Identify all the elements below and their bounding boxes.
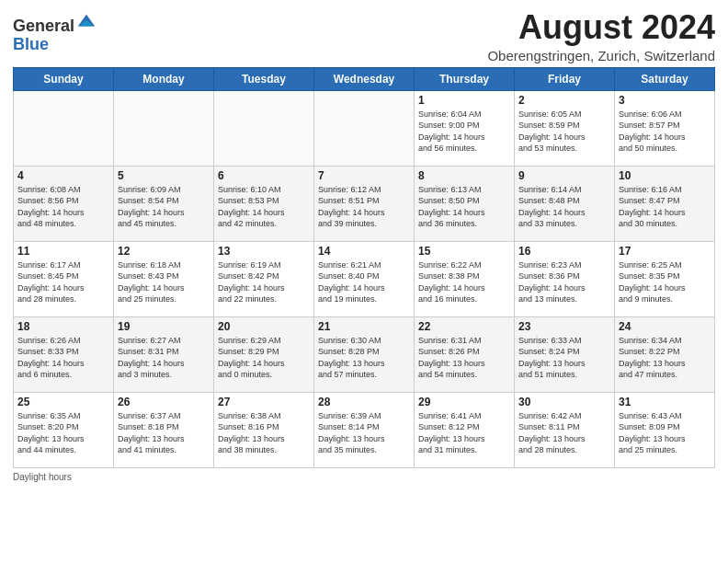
week-row-5: 25Sunrise: 6:35 AM Sunset: 8:20 PM Dayli…: [14, 392, 715, 467]
week-row-3: 11Sunrise: 6:17 AM Sunset: 8:45 PM Dayli…: [14, 241, 715, 316]
day-number: 20: [218, 320, 310, 333]
day-number: 12: [118, 245, 210, 258]
day-number: 3: [619, 94, 711, 107]
day-number: 8: [418, 169, 510, 182]
day-number: 9: [518, 169, 610, 182]
calendar-cell-3-3: 21Sunrise: 6:30 AM Sunset: 8:28 PM Dayli…: [314, 316, 415, 392]
day-number: 24: [619, 320, 711, 333]
day-number: 10: [619, 169, 711, 182]
calendar-cell-0-1: [114, 90, 214, 166]
logo-general: General: [13, 17, 74, 35]
day-number: 2: [518, 94, 610, 107]
calendar-cell-1-2: 6Sunrise: 6:10 AM Sunset: 8:53 PM Daylig…: [214, 166, 314, 241]
col-sunday: Sunday: [14, 67, 114, 90]
calendar-cell-3-5: 23Sunrise: 6:33 AM Sunset: 8:24 PM Dayli…: [515, 316, 615, 392]
col-friday: Friday: [515, 67, 615, 90]
day-info: Sunrise: 6:29 AM Sunset: 8:29 PM Dayligh…: [218, 335, 310, 381]
day-number: 22: [418, 320, 510, 333]
calendar-cell-3-6: 24Sunrise: 6:34 AM Sunset: 8:22 PM Dayli…: [615, 316, 715, 392]
calendar-cell-4-0: 25Sunrise: 6:35 AM Sunset: 8:20 PM Dayli…: [14, 392, 114, 467]
day-number: 7: [318, 169, 410, 182]
calendar-cell-0-6: 3Sunrise: 6:06 AM Sunset: 8:57 PM Daylig…: [615, 90, 715, 166]
col-monday: Monday: [114, 67, 214, 90]
day-info: Sunrise: 6:39 AM Sunset: 8:14 PM Dayligh…: [318, 410, 410, 456]
calendar-cell-0-5: 2Sunrise: 6:05 AM Sunset: 8:59 PM Daylig…: [515, 90, 615, 166]
day-number: 17: [619, 245, 711, 258]
day-number: 18: [17, 320, 109, 333]
col-tuesday: Tuesday: [214, 67, 314, 90]
calendar-cell-0-4: 1Sunrise: 6:04 AM Sunset: 9:00 PM Daylig…: [415, 90, 515, 166]
day-number: 11: [17, 245, 109, 258]
daylight-hours-label: Daylight hours: [13, 472, 72, 482]
week-row-1: 1Sunrise: 6:04 AM Sunset: 9:00 PM Daylig…: [14, 90, 715, 166]
day-number: 5: [118, 169, 210, 182]
calendar-cell-3-2: 20Sunrise: 6:29 AM Sunset: 8:29 PM Dayli…: [214, 316, 314, 392]
footer-note: Daylight hours: [13, 472, 715, 482]
day-info: Sunrise: 6:04 AM Sunset: 9:00 PM Dayligh…: [418, 109, 510, 155]
day-number: 16: [518, 245, 610, 258]
day-number: 6: [218, 169, 310, 182]
day-number: 4: [17, 169, 109, 182]
day-number: 23: [518, 320, 610, 333]
calendar-header-row: Sunday Monday Tuesday Wednesday Thursday…: [14, 67, 715, 90]
title-block: August 2024 Oberengstringen, Zurich, Swi…: [487, 9, 715, 63]
day-number: 25: [17, 396, 109, 408]
calendar-cell-1-6: 10Sunrise: 6:16 AM Sunset: 8:47 PM Dayli…: [615, 166, 715, 241]
day-number: 1: [418, 94, 510, 107]
page: General Blue August 2024 Oberengstringen…: [0, 0, 728, 563]
day-info: Sunrise: 6:30 AM Sunset: 8:28 PM Dayligh…: [318, 335, 410, 381]
calendar-cell-3-1: 19Sunrise: 6:27 AM Sunset: 8:31 PM Dayli…: [114, 316, 214, 392]
day-info: Sunrise: 6:27 AM Sunset: 8:31 PM Dayligh…: [118, 335, 210, 381]
logo: General Blue: [13, 13, 97, 54]
calendar-cell-3-0: 18Sunrise: 6:26 AM Sunset: 8:33 PM Dayli…: [14, 316, 114, 392]
day-info: Sunrise: 6:33 AM Sunset: 8:24 PM Dayligh…: [518, 335, 610, 381]
col-thursday: Thursday: [415, 67, 515, 90]
day-info: Sunrise: 6:13 AM Sunset: 8:50 PM Dayligh…: [418, 184, 510, 230]
day-info: Sunrise: 6:31 AM Sunset: 8:26 PM Dayligh…: [418, 335, 510, 381]
calendar: Sunday Monday Tuesday Wednesday Thursday…: [13, 67, 715, 468]
day-number: 13: [218, 245, 310, 258]
main-title: August 2024: [487, 9, 715, 46]
day-info: Sunrise: 6:09 AM Sunset: 8:54 PM Dayligh…: [118, 184, 210, 230]
day-number: 15: [418, 245, 510, 258]
day-info: Sunrise: 6:38 AM Sunset: 8:16 PM Dayligh…: [218, 410, 310, 456]
week-row-2: 4Sunrise: 6:08 AM Sunset: 8:56 PM Daylig…: [14, 166, 715, 241]
calendar-cell-4-6: 31Sunrise: 6:43 AM Sunset: 8:09 PM Dayli…: [615, 392, 715, 467]
day-info: Sunrise: 6:16 AM Sunset: 8:47 PM Dayligh…: [619, 184, 711, 230]
day-info: Sunrise: 6:43 AM Sunset: 8:09 PM Dayligh…: [619, 410, 711, 456]
col-wednesday: Wednesday: [314, 67, 415, 90]
day-info: Sunrise: 6:17 AM Sunset: 8:45 PM Dayligh…: [17, 259, 109, 305]
day-info: Sunrise: 6:14 AM Sunset: 8:48 PM Dayligh…: [518, 184, 610, 230]
calendar-cell-4-1: 26Sunrise: 6:37 AM Sunset: 8:18 PM Dayli…: [114, 392, 214, 467]
day-number: 31: [619, 396, 711, 408]
calendar-cell-2-3: 14Sunrise: 6:21 AM Sunset: 8:40 PM Dayli…: [314, 241, 415, 316]
subtitle: Oberengstringen, Zurich, Switzerland: [487, 48, 715, 63]
calendar-cell-1-3: 7Sunrise: 6:12 AM Sunset: 8:51 PM Daylig…: [314, 166, 415, 241]
calendar-cell-2-2: 13Sunrise: 6:19 AM Sunset: 8:42 PM Dayli…: [214, 241, 314, 316]
calendar-cell-4-4: 29Sunrise: 6:41 AM Sunset: 8:12 PM Dayli…: [415, 392, 515, 467]
day-info: Sunrise: 6:19 AM Sunset: 8:42 PM Dayligh…: [218, 259, 310, 305]
day-info: Sunrise: 6:37 AM Sunset: 8:18 PM Dayligh…: [118, 410, 210, 456]
calendar-cell-0-3: [314, 90, 415, 166]
day-info: Sunrise: 6:05 AM Sunset: 8:59 PM Dayligh…: [518, 109, 610, 155]
day-info: Sunrise: 6:10 AM Sunset: 8:53 PM Dayligh…: [218, 184, 310, 230]
logo-blue: Blue: [13, 35, 49, 53]
calendar-cell-0-0: [14, 90, 114, 166]
day-info: Sunrise: 6:25 AM Sunset: 8:35 PM Dayligh…: [619, 259, 711, 305]
day-info: Sunrise: 6:35 AM Sunset: 8:20 PM Dayligh…: [17, 410, 109, 456]
calendar-cell-1-5: 9Sunrise: 6:14 AM Sunset: 8:48 PM Daylig…: [515, 166, 615, 241]
day-info: Sunrise: 6:06 AM Sunset: 8:57 PM Dayligh…: [619, 109, 711, 155]
day-number: 30: [518, 396, 610, 408]
day-info: Sunrise: 6:41 AM Sunset: 8:12 PM Dayligh…: [418, 410, 510, 456]
calendar-cell-4-3: 28Sunrise: 6:39 AM Sunset: 8:14 PM Dayli…: [314, 392, 415, 467]
day-info: Sunrise: 6:08 AM Sunset: 8:56 PM Dayligh…: [17, 184, 109, 230]
week-row-4: 18Sunrise: 6:26 AM Sunset: 8:33 PM Dayli…: [14, 316, 715, 392]
calendar-cell-2-1: 12Sunrise: 6:18 AM Sunset: 8:43 PM Dayli…: [114, 241, 214, 316]
day-number: 26: [118, 396, 210, 408]
calendar-cell-1-4: 8Sunrise: 6:13 AM Sunset: 8:50 PM Daylig…: [415, 166, 515, 241]
day-info: Sunrise: 6:21 AM Sunset: 8:40 PM Dayligh…: [318, 259, 410, 305]
logo-icon: [76, 11, 97, 31]
calendar-cell-0-2: [214, 90, 314, 166]
day-info: Sunrise: 6:26 AM Sunset: 8:33 PM Dayligh…: [17, 335, 109, 381]
calendar-cell-2-0: 11Sunrise: 6:17 AM Sunset: 8:45 PM Dayli…: [14, 241, 114, 316]
